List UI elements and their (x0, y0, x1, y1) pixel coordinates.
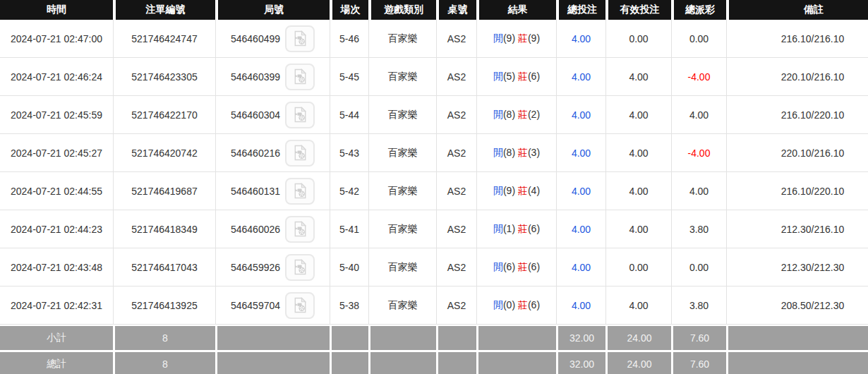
video-replay-button[interactable] (285, 254, 315, 281)
table-row: 2024-07-21 02:47:00521746424747546460499… (0, 20, 868, 58)
round-id-group: 546460026 (231, 216, 315, 243)
round-id-group: 546460131 (231, 178, 315, 205)
subtotal-cell-total_payout: 7.60 (671, 325, 726, 350)
video-file-icon (292, 221, 308, 237)
video-replay-button[interactable] (285, 178, 315, 205)
column-header-result: 結果 (476, 0, 556, 20)
cell-total_bet: 4.00 (556, 58, 605, 96)
round-id-group: 546460499 (231, 25, 315, 52)
column-header-session: 場次 (330, 0, 368, 20)
table-body: 2024-07-21 02:47:00521746424747546460499… (0, 20, 868, 325)
round-id-group: 546460216 (231, 140, 315, 167)
subtotal-cell-session (330, 325, 368, 350)
round-id-group: 546460399 (231, 64, 315, 90)
cell-bet_id: 521746413925 (113, 286, 215, 325)
video-file-icon (292, 107, 308, 123)
cell-time: 2024-07-21 02:44:55 (0, 172, 113, 210)
cell-bet_id: 521746418349 (113, 210, 215, 248)
table-row: 2024-07-21 02:45:59521746422170546460304… (0, 96, 868, 134)
player-result-score: (0) (503, 299, 518, 310)
subtotal-cell-total_bet: 32.00 (556, 325, 605, 350)
total-cell-total_bet: 32.00 (556, 350, 605, 374)
cell-table_no: AS2 (436, 58, 476, 96)
cell-time: 2024-07-21 02:46:24 (0, 58, 113, 96)
cell-total_bet: 4.00 (556, 20, 605, 58)
cell-remark: 216.10/216.10 (726, 20, 868, 58)
round-id-value: 546460499 (231, 33, 280, 44)
cell-total_bet: 4.00 (556, 172, 605, 210)
subtotal-cell-remark (726, 325, 868, 350)
cell-round_id: 546460499 (215, 20, 330, 58)
player-result-score: (1) (503, 223, 518, 234)
bet-history-panel: 時間注單編號局號場次遊戲類別桌號結果總投注有效投注總派彩備註 2024-07-2… (0, 0, 868, 374)
cell-valid_bet: 4.00 (605, 58, 671, 96)
cell-valid_bet: 4.00 (605, 96, 671, 134)
player-result-label: 閒 (493, 109, 503, 120)
total-cell-total_payout: 7.60 (671, 350, 726, 374)
video-replay-button[interactable] (285, 292, 315, 319)
player-result-label: 閒 (493, 223, 503, 234)
total-cell-table_no (436, 350, 476, 374)
cell-table_no: AS2 (436, 20, 476, 58)
cell-remark: 212.30/212.30 (726, 248, 868, 286)
cell-round_id: 546460131 (215, 172, 330, 210)
subtotal-cell-round_id (215, 325, 330, 350)
table-row: 2024-07-21 02:43:48521746417043546459926… (0, 248, 868, 286)
cell-remark: 216.10/220.10 (726, 96, 868, 134)
cell-remark: 220.10/216.10 (726, 134, 868, 172)
column-header-remark: 備註 (726, 0, 868, 20)
cell-total_payout: 4.00 (671, 172, 726, 210)
cell-game_type: 百家樂 (368, 172, 436, 210)
banker-result-label: 莊 (518, 223, 528, 234)
banker-result-score: (2) (528, 109, 540, 120)
cell-bet_id: 521746422170 (113, 96, 215, 134)
video-replay-button[interactable] (285, 102, 315, 128)
cell-game_type: 百家樂 (368, 96, 436, 134)
round-id-value: 546460131 (231, 186, 280, 197)
table-header: 時間注單編號局號場次遊戲類別桌號結果總投注有效投注總派彩備註 (0, 0, 868, 20)
banker-result-label: 莊 (518, 185, 528, 196)
cell-remark: 212.30/216.10 (726, 210, 868, 248)
cell-total_bet: 4.00 (556, 134, 605, 172)
cell-game_type: 百家樂 (368, 58, 436, 96)
column-header-time: 時間 (0, 0, 113, 20)
total-cell-result (476, 350, 556, 374)
cell-bet_id: 521746420742 (113, 134, 215, 172)
cell-result: 閒(0) 莊(6) (476, 286, 556, 325)
cell-total_payout: -4.00 (671, 58, 726, 96)
table-row: 2024-07-21 02:44:23521746418349546460026… (0, 210, 868, 248)
cell-table_no: AS2 (436, 134, 476, 172)
cell-game_type: 百家樂 (368, 248, 436, 286)
cell-valid_bet: 4.00 (605, 134, 671, 172)
cell-bet_id: 521746419687 (113, 172, 215, 210)
bet-history-table: 時間注單編號局號場次遊戲類別桌號結果總投注有效投注總派彩備註 2024-07-2… (0, 0, 868, 374)
player-result-score: (9) (503, 32, 518, 44)
cell-total_payout: 3.80 (671, 210, 726, 248)
cell-session: 5-43 (330, 134, 368, 172)
column-header-table_no: 桌號 (436, 0, 476, 20)
video-replay-button[interactable] (285, 25, 315, 52)
round-id-group: 546459704 (231, 292, 315, 319)
cell-session: 5-41 (330, 210, 368, 248)
video-replay-button[interactable] (285, 216, 315, 243)
banker-result-label: 莊 (518, 32, 528, 44)
banker-result-label: 莊 (518, 71, 528, 82)
table-row: 2024-07-21 02:46:24521746423305546460399… (0, 58, 868, 96)
cell-total_payout: -4.00 (671, 134, 726, 172)
subtotal-cell-valid_bet: 24.00 (605, 325, 671, 350)
banker-result-label: 莊 (518, 147, 528, 158)
cell-total_payout: 0.00 (671, 20, 726, 58)
column-header-round_id: 局號 (215, 0, 330, 20)
round-id-group: 546460304 (231, 102, 315, 128)
cell-time: 2024-07-21 02:45:27 (0, 134, 113, 172)
player-result-score: (5) (503, 71, 518, 82)
table-footer: 小計832.0024.007.60總計832.0024.007.60 (0, 325, 868, 374)
cell-result: 閒(5) 莊(6) (476, 58, 556, 96)
cell-remark: 216.10/220.10 (726, 172, 868, 210)
subtotal-label: 小計 (0, 325, 113, 350)
video-replay-button[interactable] (285, 140, 315, 167)
video-replay-button[interactable] (285, 64, 315, 90)
video-file-icon (292, 297, 308, 313)
cell-round_id: 546460399 (215, 58, 330, 96)
cell-round_id: 546460216 (215, 134, 330, 172)
